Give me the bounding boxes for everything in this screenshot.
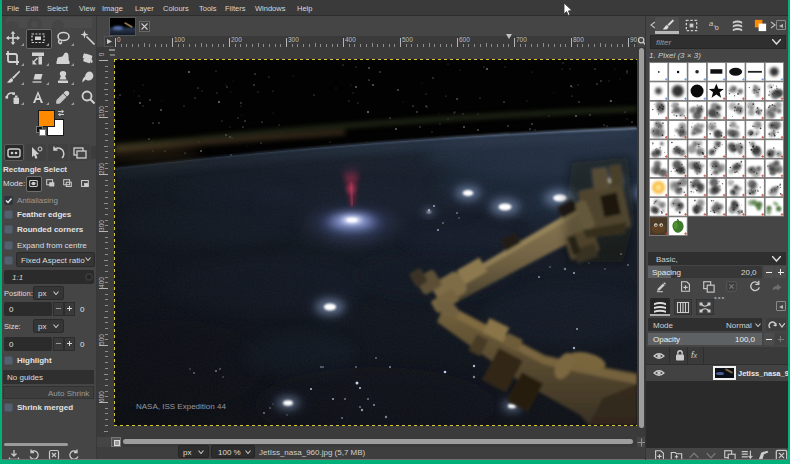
svg-text:b: b — [713, 23, 719, 33]
svg-text:a: a — [709, 19, 713, 28]
svg-text:NASA, ISS Expedition 44: NASA, ISS Expedition 44 — [136, 402, 226, 411]
